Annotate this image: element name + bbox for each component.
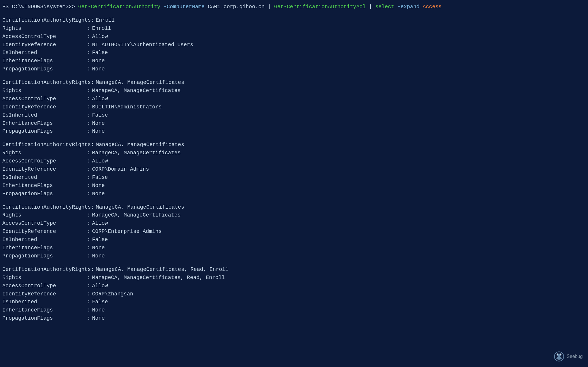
- entry-row-rights: Rights: ManageCA, ManageCertificates: [2, 149, 586, 157]
- field-separator: :: [87, 298, 90, 306]
- field-name: AccessControlType: [2, 95, 87, 103]
- entry-row-certificationauthorityrights: CertificationAuthorityRights: ManageCA, …: [2, 79, 586, 87]
- field-separator: :: [91, 203, 94, 212]
- field-separator: :: [87, 252, 90, 260]
- entry-row-identityreference: IdentityReference: CORP\Enterprise Admin…: [2, 228, 586, 236]
- field-separator: :: [87, 211, 90, 219]
- field-separator: :: [87, 65, 90, 73]
- entry-block-1: CertificationAuthorityRights: ManageCA, …: [2, 79, 586, 136]
- entry-row-isinherited: IsInherited: False: [2, 174, 586, 182]
- entry-row-identityreference: IdentityReference: CORP\Domain Admins: [2, 165, 586, 174]
- field-name: CertificationAuthorityRights: [2, 16, 91, 25]
- field-value: Allow: [92, 282, 108, 290]
- cmd-value1: CA01.corp.qihoo.cn: [208, 4, 264, 10]
- field-name: IdentityReference: [2, 228, 87, 236]
- field-separator: :: [87, 95, 90, 103]
- field-separator: :: [87, 182, 90, 190]
- cmd-pipe2: |: [369, 4, 372, 10]
- field-value: Allow: [92, 219, 108, 228]
- field-value: Enroll: [96, 16, 115, 25]
- field-name: InheritanceFlags: [2, 57, 87, 65]
- field-separator: :: [87, 314, 90, 323]
- field-value: None: [92, 314, 105, 323]
- field-value: None: [92, 57, 105, 65]
- field-value: Allow: [92, 95, 108, 103]
- field-name: InheritanceFlags: [2, 182, 87, 190]
- entry-row-accesscontroltype: AccessControlType: Allow: [2, 282, 586, 290]
- field-value: False: [92, 236, 108, 244]
- field-separator: :: [87, 290, 90, 298]
- field-name: InheritanceFlags: [2, 306, 87, 314]
- field-name: AccessControlType: [2, 157, 87, 165]
- command-line: PS C:\WINDOWS\system32> Get-Certificatio…: [2, 3, 586, 11]
- cmd-keyword-access: Access: [423, 4, 442, 10]
- entry-row-accesscontroltype: AccessControlType: Allow: [2, 95, 586, 103]
- field-value: Enroll: [92, 25, 111, 33]
- prompt: PS C:\WINDOWS\system32>: [2, 4, 75, 10]
- entry-row-rights: Rights: ManageCA, ManageCertificates: [2, 211, 586, 219]
- field-name: IdentityReference: [2, 290, 87, 298]
- svg-point-3: [556, 354, 558, 355]
- field-separator: :: [87, 244, 90, 252]
- entry-block-0: CertificationAuthorityRights: EnrollRigh…: [2, 16, 586, 73]
- cmd-select: select: [375, 4, 394, 10]
- entry-row-accesscontroltype: AccessControlType: Allow: [2, 157, 586, 165]
- field-name: IsInherited: [2, 298, 87, 306]
- cmd-get-ca: Get-CertificationAuthority: [78, 4, 160, 10]
- seebug-logo-icon: [554, 351, 564, 362]
- field-name: PropagationFlags: [2, 65, 87, 73]
- field-value: False: [92, 111, 108, 120]
- entry-row-accesscontroltype: AccessControlType: Allow: [2, 219, 586, 228]
- field-separator: :: [87, 127, 90, 136]
- cmd-get-ca-acl: Get-CertificationAuthorityAcl: [274, 4, 366, 10]
- cmd-pipe1: |: [268, 4, 271, 10]
- entry-row-propagationflags: PropagationFlags: None: [2, 127, 586, 136]
- field-name: IsInherited: [2, 49, 87, 57]
- seebug-watermark: Seebug: [554, 351, 583, 362]
- svg-point-2: [556, 357, 562, 360]
- field-name: AccessControlType: [2, 33, 87, 41]
- field-value: ManageCA, ManageCertificates: [92, 211, 180, 219]
- field-separator: :: [87, 57, 90, 65]
- field-value: NT AUTHORITY\Authenticated Users: [92, 41, 193, 49]
- field-name: PropagationFlags: [2, 252, 87, 260]
- entry-row-rights: Rights: Enroll: [2, 25, 586, 33]
- entry-row-isinherited: IsInherited: False: [2, 49, 586, 57]
- field-name: IsInherited: [2, 174, 87, 182]
- field-separator: :: [87, 103, 90, 111]
- field-separator: :: [87, 25, 90, 33]
- field-name: Rights: [2, 149, 87, 157]
- entry-row-isinherited: IsInherited: False: [2, 298, 586, 306]
- entry-row-isinherited: IsInherited: False: [2, 111, 586, 120]
- field-separator: :: [87, 190, 90, 198]
- field-name: CertificationAuthorityRights: [2, 266, 91, 274]
- field-separator: :: [87, 274, 90, 282]
- field-separator: :: [87, 165, 90, 174]
- entry-row-propagationflags: PropagationFlags: None: [2, 252, 586, 260]
- field-value: Allow: [92, 33, 108, 41]
- field-value: ManageCA, ManageCertificates: [96, 203, 184, 212]
- field-value: ManageCA, ManageCertificates: [92, 149, 180, 157]
- field-separator: :: [87, 306, 90, 314]
- entry-block-3: CertificationAuthorityRights: ManageCA, …: [2, 203, 586, 260]
- entry-row-inheritanceflags: InheritanceFlags: None: [2, 306, 586, 314]
- field-separator: :: [87, 149, 90, 157]
- field-value: False: [92, 49, 108, 57]
- field-value: CORP\zhangsan: [92, 290, 133, 298]
- field-separator: :: [87, 219, 90, 228]
- entry-row-accesscontroltype: AccessControlType: Allow: [2, 33, 586, 41]
- cmd-param1: -ComputerName: [164, 4, 204, 10]
- svg-point-4: [560, 354, 561, 355]
- field-value: ManageCA, ManageCertificates: [96, 79, 184, 87]
- field-separator: :: [87, 87, 90, 95]
- field-value: None: [92, 127, 105, 136]
- cmd-param2: -expand: [397, 4, 419, 10]
- field-value: ManageCA, ManageCertificates: [96, 141, 184, 149]
- field-value: None: [92, 120, 105, 128]
- field-separator: :: [87, 33, 90, 41]
- entry-row-propagationflags: PropagationFlags: None: [2, 190, 586, 198]
- field-name: Rights: [2, 87, 87, 95]
- entry-row-propagationflags: PropagationFlags: None: [2, 65, 586, 73]
- entry-row-rights: Rights: ManageCA, ManageCertificates, Re…: [2, 274, 586, 282]
- field-value: None: [92, 244, 105, 252]
